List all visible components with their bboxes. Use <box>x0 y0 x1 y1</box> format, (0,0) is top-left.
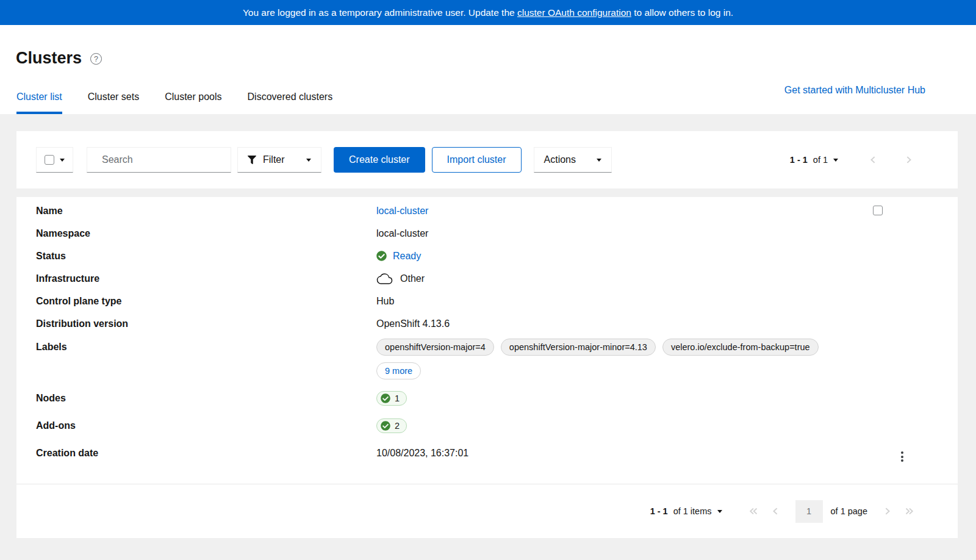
table-row: Labels openshiftVersion-major=4 openshif… <box>36 335 938 384</box>
labels-label: Labels <box>36 339 376 356</box>
labels-more-button[interactable]: 9 more <box>376 362 421 379</box>
of-pages-label: of 1 page <box>831 506 867 516</box>
addons-label: Add-ons <box>36 420 376 431</box>
nodes-label: Nodes <box>36 393 376 404</box>
actions-dropdown[interactable]: Actions <box>534 147 612 173</box>
filter-dropdown[interactable]: Filter <box>237 147 321 173</box>
bulk-select-dropdown[interactable] <box>36 147 73 173</box>
nodes-ready-badge: 1 <box>376 391 407 406</box>
check-circle-icon <box>376 251 387 261</box>
table-row: Add-ons 2 <box>36 412 938 439</box>
pagination-total: of 1 items <box>673 506 712 516</box>
angle-left-icon <box>869 156 877 164</box>
check-circle-icon <box>381 393 390 403</box>
namespace-value: local-cluster <box>376 228 428 239</box>
bottom-pagination: 1 - 1 of 1 items 1 of 1 page <box>16 484 958 538</box>
previous-page-button[interactable] <box>869 156 877 164</box>
status-label: Status <box>36 251 376 262</box>
create-cluster-button[interactable]: Create cluster <box>334 147 425 173</box>
control-plane-label: Control plane type <box>36 296 376 307</box>
table-row: Status Ready <box>36 245 938 267</box>
pagination-range: 1 - 1 <box>790 155 808 165</box>
angle-right-icon <box>905 156 913 164</box>
top-pagination: 1 - 1 of 1 <box>790 155 938 165</box>
label-chip: openshiftVersion-major-minor=4.13 <box>501 339 656 356</box>
tab-cluster-sets[interactable]: Cluster sets <box>88 91 139 114</box>
table-row: Namespace local-cluster <box>36 222 938 245</box>
tabs-bar: Cluster list Cluster sets Cluster pools … <box>16 91 332 114</box>
bulk-select-checkbox[interactable] <box>45 155 54 165</box>
admin-banner: You are logged in as a temporary adminis… <box>0 0 976 25</box>
distribution-version-value: OpenShift 4.13.6 <box>376 318 450 329</box>
infrastructure-label: Infrastructure <box>36 273 376 284</box>
oauth-configuration-link[interactable]: cluster OAuth configuration <box>517 7 631 18</box>
table-row: Distribution version OpenShift 4.13.6 <box>36 312 938 335</box>
cluster-table: Name local-cluster Namespace local-clust… <box>16 197 958 538</box>
table-row: Infrastructure Other <box>36 267 938 290</box>
kebab-icon <box>901 451 903 454</box>
page-header: Clusters ? Cluster list Cluster sets Clu… <box>0 25 976 114</box>
creation-date-label: Creation date <box>36 448 376 459</box>
clusters-page: You are logged in as a temporary adminis… <box>0 0 976 560</box>
get-started-multicluster-hub-link[interactable]: Get started with Multicluster Hub <box>784 85 925 96</box>
distribution-version-label: Distribution version <box>36 318 376 329</box>
angle-double-right-icon <box>905 507 914 515</box>
current-page-input[interactable]: 1 <box>795 500 823 523</box>
chevron-down-icon <box>833 159 838 162</box>
check-circle-icon <box>381 421 390 431</box>
import-cluster-button[interactable]: Import cluster <box>432 147 522 173</box>
tab-cluster-list[interactable]: Cluster list <box>16 91 62 114</box>
addons-count: 2 <box>395 421 400 431</box>
row-select-checkbox[interactable] <box>873 206 883 215</box>
banner-text-after: to allow others to log in. <box>631 7 733 18</box>
search-box <box>87 147 231 173</box>
content-area: Filter Create cluster Import cluster Act… <box>0 114 976 560</box>
first-page-button[interactable] <box>749 507 758 515</box>
page-title: Clusters <box>16 47 82 69</box>
tab-cluster-pools[interactable]: Cluster pools <box>165 91 221 114</box>
filter-icon <box>248 156 256 164</box>
chevron-down-icon <box>306 159 311 162</box>
next-page-button[interactable] <box>883 507 891 515</box>
pagination-range: 1 - 1 <box>650 506 668 516</box>
chevron-down-icon <box>717 510 722 513</box>
table-row: Nodes 1 <box>36 384 938 412</box>
tab-discovered-clusters[interactable]: Discovered clusters <box>248 91 333 114</box>
cloud-icon <box>376 273 393 284</box>
next-page-button[interactable] <box>905 156 913 164</box>
pagination-menu-toggle[interactable]: 1 - 1 of 1 <box>790 155 838 165</box>
pagination-total: of 1 <box>813 155 828 165</box>
previous-page-button[interactable] <box>772 507 780 515</box>
last-page-button[interactable] <box>905 507 914 515</box>
control-plane-value: Hub <box>376 296 394 307</box>
row-kebab-menu[interactable] <box>899 449 906 464</box>
table-row: Control plane type Hub <box>36 290 938 312</box>
actions-label: Actions <box>544 154 576 165</box>
banner-text-before: You are logged in as a temporary adminis… <box>243 7 517 18</box>
cluster-details: Name local-cluster Namespace local-clust… <box>16 197 958 484</box>
table-row: Creation date 10/08/2023, 16:37:01 <box>36 439 938 467</box>
angle-double-left-icon <box>749 507 758 515</box>
label-chip: openshiftVersion-major=4 <box>376 339 494 356</box>
creation-date-value: 10/08/2023, 16:37:01 <box>376 448 468 459</box>
search-input[interactable] <box>101 154 229 166</box>
angle-left-icon <box>772 507 780 515</box>
infrastructure-value: Other <box>400 273 425 284</box>
table-row: Name local-cluster <box>36 199 938 222</box>
chevron-down-icon <box>597 159 601 162</box>
filter-label: Filter <box>263 154 300 165</box>
namespace-label: Namespace <box>36 228 376 239</box>
status-ready-link[interactable]: Ready <box>393 251 421 262</box>
label-chip: velero.io/exclude-from-backup=true <box>662 339 819 356</box>
angle-right-icon <box>883 507 891 515</box>
toolbar: Filter Create cluster Import cluster Act… <box>16 131 958 188</box>
nodes-count: 1 <box>395 393 400 403</box>
addons-ready-badge: 2 <box>376 418 407 433</box>
chevron-down-icon <box>60 159 65 162</box>
name-label: Name <box>36 206 376 217</box>
help-icon[interactable]: ? <box>90 53 102 65</box>
items-per-page-toggle[interactable]: 1 - 1 of 1 items <box>650 506 722 516</box>
cluster-name-link[interactable]: local-cluster <box>376 206 428 217</box>
